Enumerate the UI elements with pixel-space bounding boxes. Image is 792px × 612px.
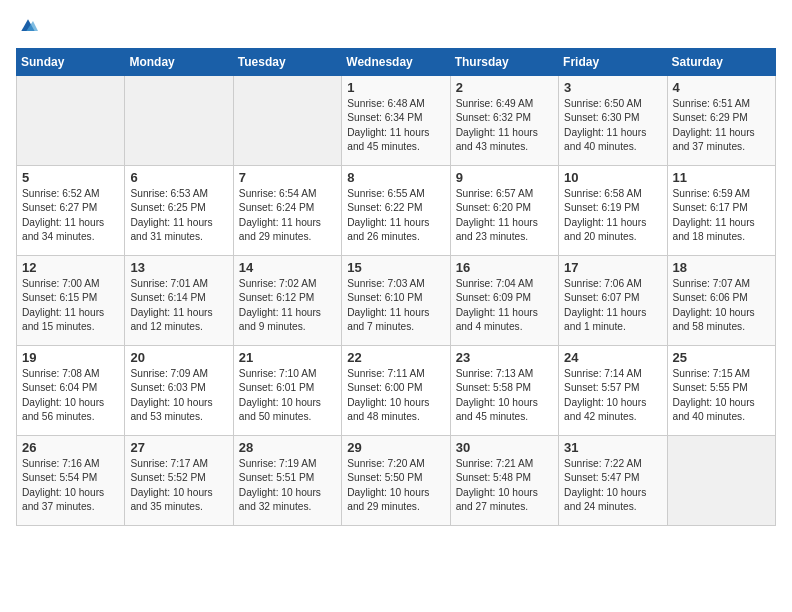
calendar-cell: [125, 76, 233, 166]
day-number: 10: [564, 170, 661, 185]
day-number: 8: [347, 170, 444, 185]
calendar-cell: 6Sunrise: 6:53 AM Sunset: 6:25 PM Daylig…: [125, 166, 233, 256]
week-row-1: 5Sunrise: 6:52 AM Sunset: 6:27 PM Daylig…: [17, 166, 776, 256]
header-tuesday: Tuesday: [233, 49, 341, 76]
day-info: Sunrise: 7:21 AM Sunset: 5:48 PM Dayligh…: [456, 457, 553, 514]
calendar-cell: 31Sunrise: 7:22 AM Sunset: 5:47 PM Dayli…: [559, 436, 667, 526]
day-info: Sunrise: 7:17 AM Sunset: 5:52 PM Dayligh…: [130, 457, 227, 514]
calendar-cell: 2Sunrise: 6:49 AM Sunset: 6:32 PM Daylig…: [450, 76, 558, 166]
day-number: 27: [130, 440, 227, 455]
day-number: 12: [22, 260, 119, 275]
calendar-cell: 3Sunrise: 6:50 AM Sunset: 6:30 PM Daylig…: [559, 76, 667, 166]
day-number: 4: [673, 80, 770, 95]
calendar-body: 1Sunrise: 6:48 AM Sunset: 6:34 PM Daylig…: [17, 76, 776, 526]
day-number: 1: [347, 80, 444, 95]
day-info: Sunrise: 7:07 AM Sunset: 6:06 PM Dayligh…: [673, 277, 770, 334]
calendar-header-row: SundayMondayTuesdayWednesdayThursdayFrid…: [17, 49, 776, 76]
day-number: 19: [22, 350, 119, 365]
calendar-cell: 19Sunrise: 7:08 AM Sunset: 6:04 PM Dayli…: [17, 346, 125, 436]
calendar-cell: 4Sunrise: 6:51 AM Sunset: 6:29 PM Daylig…: [667, 76, 775, 166]
calendar-cell: 17Sunrise: 7:06 AM Sunset: 6:07 PM Dayli…: [559, 256, 667, 346]
calendar-cell: 23Sunrise: 7:13 AM Sunset: 5:58 PM Dayli…: [450, 346, 558, 436]
logo: [16, 16, 38, 36]
calendar-cell: 30Sunrise: 7:21 AM Sunset: 5:48 PM Dayli…: [450, 436, 558, 526]
day-info: Sunrise: 6:50 AM Sunset: 6:30 PM Dayligh…: [564, 97, 661, 154]
calendar-cell: 21Sunrise: 7:10 AM Sunset: 6:01 PM Dayli…: [233, 346, 341, 436]
day-info: Sunrise: 6:53 AM Sunset: 6:25 PM Dayligh…: [130, 187, 227, 244]
calendar-cell: 5Sunrise: 6:52 AM Sunset: 6:27 PM Daylig…: [17, 166, 125, 256]
day-info: Sunrise: 7:06 AM Sunset: 6:07 PM Dayligh…: [564, 277, 661, 334]
header-sunday: Sunday: [17, 49, 125, 76]
header-saturday: Saturday: [667, 49, 775, 76]
calendar-cell: 10Sunrise: 6:58 AM Sunset: 6:19 PM Dayli…: [559, 166, 667, 256]
day-number: 2: [456, 80, 553, 95]
day-info: Sunrise: 6:52 AM Sunset: 6:27 PM Dayligh…: [22, 187, 119, 244]
day-info: Sunrise: 7:10 AM Sunset: 6:01 PM Dayligh…: [239, 367, 336, 424]
calendar-cell: 18Sunrise: 7:07 AM Sunset: 6:06 PM Dayli…: [667, 256, 775, 346]
day-number: 9: [456, 170, 553, 185]
calendar-cell: [17, 76, 125, 166]
day-info: Sunrise: 7:20 AM Sunset: 5:50 PM Dayligh…: [347, 457, 444, 514]
day-info: Sunrise: 6:58 AM Sunset: 6:19 PM Dayligh…: [564, 187, 661, 244]
page-header: [16, 16, 776, 36]
day-number: 26: [22, 440, 119, 455]
calendar-cell: 12Sunrise: 7:00 AM Sunset: 6:15 PM Dayli…: [17, 256, 125, 346]
day-info: Sunrise: 7:19 AM Sunset: 5:51 PM Dayligh…: [239, 457, 336, 514]
day-number: 14: [239, 260, 336, 275]
calendar-cell: 1Sunrise: 6:48 AM Sunset: 6:34 PM Daylig…: [342, 76, 450, 166]
day-number: 28: [239, 440, 336, 455]
day-info: Sunrise: 6:59 AM Sunset: 6:17 PM Dayligh…: [673, 187, 770, 244]
week-row-4: 26Sunrise: 7:16 AM Sunset: 5:54 PM Dayli…: [17, 436, 776, 526]
day-number: 24: [564, 350, 661, 365]
calendar-cell: 29Sunrise: 7:20 AM Sunset: 5:50 PM Dayli…: [342, 436, 450, 526]
header-thursday: Thursday: [450, 49, 558, 76]
day-number: 3: [564, 80, 661, 95]
day-info: Sunrise: 7:04 AM Sunset: 6:09 PM Dayligh…: [456, 277, 553, 334]
week-row-0: 1Sunrise: 6:48 AM Sunset: 6:34 PM Daylig…: [17, 76, 776, 166]
calendar-cell: [667, 436, 775, 526]
calendar-cell: 7Sunrise: 6:54 AM Sunset: 6:24 PM Daylig…: [233, 166, 341, 256]
day-info: Sunrise: 7:03 AM Sunset: 6:10 PM Dayligh…: [347, 277, 444, 334]
calendar-cell: 9Sunrise: 6:57 AM Sunset: 6:20 PM Daylig…: [450, 166, 558, 256]
day-info: Sunrise: 6:55 AM Sunset: 6:22 PM Dayligh…: [347, 187, 444, 244]
day-info: Sunrise: 7:09 AM Sunset: 6:03 PM Dayligh…: [130, 367, 227, 424]
day-info: Sunrise: 7:13 AM Sunset: 5:58 PM Dayligh…: [456, 367, 553, 424]
day-info: Sunrise: 6:54 AM Sunset: 6:24 PM Dayligh…: [239, 187, 336, 244]
calendar-cell: 11Sunrise: 6:59 AM Sunset: 6:17 PM Dayli…: [667, 166, 775, 256]
calendar-cell: 24Sunrise: 7:14 AM Sunset: 5:57 PM Dayli…: [559, 346, 667, 436]
day-number: 20: [130, 350, 227, 365]
header-friday: Friday: [559, 49, 667, 76]
day-info: Sunrise: 7:16 AM Sunset: 5:54 PM Dayligh…: [22, 457, 119, 514]
week-row-2: 12Sunrise: 7:00 AM Sunset: 6:15 PM Dayli…: [17, 256, 776, 346]
day-number: 6: [130, 170, 227, 185]
day-number: 21: [239, 350, 336, 365]
day-info: Sunrise: 6:51 AM Sunset: 6:29 PM Dayligh…: [673, 97, 770, 154]
day-info: Sunrise: 6:49 AM Sunset: 6:32 PM Dayligh…: [456, 97, 553, 154]
calendar-cell: 13Sunrise: 7:01 AM Sunset: 6:14 PM Dayli…: [125, 256, 233, 346]
calendar-cell: 20Sunrise: 7:09 AM Sunset: 6:03 PM Dayli…: [125, 346, 233, 436]
day-info: Sunrise: 7:14 AM Sunset: 5:57 PM Dayligh…: [564, 367, 661, 424]
header-monday: Monday: [125, 49, 233, 76]
calendar-cell: 16Sunrise: 7:04 AM Sunset: 6:09 PM Dayli…: [450, 256, 558, 346]
day-number: 22: [347, 350, 444, 365]
day-number: 16: [456, 260, 553, 275]
day-info: Sunrise: 7:01 AM Sunset: 6:14 PM Dayligh…: [130, 277, 227, 334]
day-info: Sunrise: 7:00 AM Sunset: 6:15 PM Dayligh…: [22, 277, 119, 334]
header-wednesday: Wednesday: [342, 49, 450, 76]
week-row-3: 19Sunrise: 7:08 AM Sunset: 6:04 PM Dayli…: [17, 346, 776, 436]
day-number: 25: [673, 350, 770, 365]
calendar-table: SundayMondayTuesdayWednesdayThursdayFrid…: [16, 48, 776, 526]
calendar-cell: 14Sunrise: 7:02 AM Sunset: 6:12 PM Dayli…: [233, 256, 341, 346]
day-number: 31: [564, 440, 661, 455]
day-number: 17: [564, 260, 661, 275]
calendar-cell: 28Sunrise: 7:19 AM Sunset: 5:51 PM Dayli…: [233, 436, 341, 526]
calendar-cell: 26Sunrise: 7:16 AM Sunset: 5:54 PM Dayli…: [17, 436, 125, 526]
calendar-cell: 8Sunrise: 6:55 AM Sunset: 6:22 PM Daylig…: [342, 166, 450, 256]
day-number: 30: [456, 440, 553, 455]
day-number: 11: [673, 170, 770, 185]
day-info: Sunrise: 7:11 AM Sunset: 6:00 PM Dayligh…: [347, 367, 444, 424]
day-number: 23: [456, 350, 553, 365]
logo-icon: [18, 16, 38, 36]
day-info: Sunrise: 6:48 AM Sunset: 6:34 PM Dayligh…: [347, 97, 444, 154]
day-number: 7: [239, 170, 336, 185]
